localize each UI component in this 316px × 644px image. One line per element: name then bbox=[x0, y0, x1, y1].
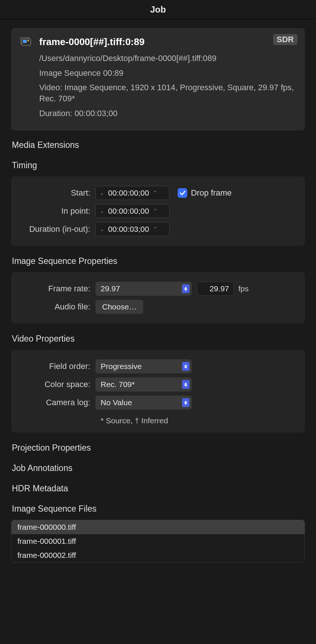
frame-rate-select-value: 29.97 bbox=[101, 284, 120, 293]
chevron-down-icon[interactable]: ⌄ bbox=[100, 190, 104, 196]
chevron-up-icon[interactable]: ⌃ bbox=[153, 190, 158, 196]
list-item[interactable]: frame-000000.tiff bbox=[11, 520, 305, 534]
updown-arrows-icon[interactable] bbox=[182, 380, 189, 389]
choose-button[interactable]: Choose… bbox=[95, 300, 143, 314]
job-path: /Users/dannyrico/Desktop/frame-0000[##].… bbox=[39, 53, 296, 64]
svg-point-3 bbox=[27, 40, 29, 41]
job-duration: Duration: 00:00:03;00 bbox=[39, 108, 296, 119]
start-label: Start: bbox=[18, 188, 95, 198]
panel-title: Job bbox=[150, 4, 166, 15]
section-image-sequence-properties[interactable]: Image Sequence Properties bbox=[12, 256, 305, 266]
color-space-value: Rec. 709* bbox=[101, 380, 135, 389]
section-timing[interactable]: Timing bbox=[12, 160, 305, 170]
camera-log-dropdown[interactable]: No Value bbox=[95, 396, 192, 410]
section-image-sequence-files[interactable]: Image Sequence Files bbox=[12, 504, 305, 514]
color-space-dropdown[interactable]: Rec. 709* bbox=[95, 377, 192, 392]
chevron-down-icon[interactable]: ⌄ bbox=[100, 208, 104, 214]
image-seq-panel: Frame rate: 29.97 fps Audio file: Choose… bbox=[11, 272, 305, 323]
timing-panel: Start: ⌄ 00:00:00;00 ⌃ Drop frame In poi… bbox=[11, 176, 305, 246]
list-item[interactable]: frame-000002.tiff bbox=[11, 548, 305, 562]
field-order-label: Field order: bbox=[18, 362, 95, 371]
updown-arrows-icon[interactable] bbox=[182, 284, 189, 293]
job-info-card: frame-0000[##].tiff:0:89 /Users/dannyric… bbox=[11, 28, 305, 131]
video-props-panel: Field order: Progressive Color space: Re… bbox=[11, 350, 305, 433]
updown-arrows-icon[interactable] bbox=[182, 398, 189, 407]
duration-label: Duration (in-out): bbox=[18, 224, 95, 234]
job-video-info: Video: Image Sequence, 1920 x 1014, Prog… bbox=[39, 82, 296, 104]
color-space-label: Color space: bbox=[18, 380, 95, 389]
frame-rate-input[interactable] bbox=[197, 282, 234, 296]
audio-file-label: Audio file: bbox=[18, 302, 95, 312]
video-props-footnote: * Source, † Inferred bbox=[101, 413, 298, 427]
in-point-label: In point: bbox=[18, 206, 95, 216]
job-filename: frame-0000[##].tiff:0:89 bbox=[39, 36, 296, 48]
in-point-stepper[interactable]: ⌄ 00:00:00;00 ⌃ bbox=[95, 204, 169, 218]
image-stack-icon bbox=[20, 36, 33, 122]
field-order-dropdown[interactable]: Progressive bbox=[95, 359, 192, 373]
camera-log-value: No Value bbox=[101, 398, 132, 407]
field-order-value: Progressive bbox=[101, 362, 142, 371]
section-hdr-metadata[interactable]: HDR Metadata bbox=[12, 484, 305, 494]
start-stepper[interactable]: ⌄ 00:00:00;00 ⌃ bbox=[95, 186, 169, 200]
chevron-down-icon[interactable]: ⌄ bbox=[100, 226, 104, 233]
updown-arrows-icon[interactable] bbox=[182, 362, 189, 371]
frame-rate-dropdown[interactable]: 29.97 bbox=[95, 282, 192, 296]
section-job-annotations[interactable]: Job Annotations bbox=[12, 463, 305, 473]
section-projection-properties[interactable]: Projection Properties bbox=[12, 443, 305, 453]
sdr-badge: SDR bbox=[273, 34, 297, 45]
duration-stepper[interactable]: ⌄ 00:00:03;00 ⌃ bbox=[95, 222, 169, 236]
section-media-extensions[interactable]: Media Extensions bbox=[12, 140, 305, 150]
svg-rect-2 bbox=[23, 40, 27, 43]
in-point-value[interactable]: 00:00:00;00 bbox=[108, 207, 149, 216]
chevron-up-icon[interactable]: ⌃ bbox=[153, 226, 158, 233]
choose-button-label: Choose… bbox=[102, 302, 137, 311]
title-bar: Job bbox=[0, 0, 316, 19]
duration-value[interactable]: 00:00:03;00 bbox=[108, 225, 149, 234]
frame-rate-label: Frame rate: bbox=[18, 284, 95, 294]
drop-frame-label: Drop frame bbox=[191, 188, 232, 198]
fps-unit: fps bbox=[238, 284, 249, 293]
list-item[interactable]: frame-000001.tiff bbox=[11, 534, 305, 548]
section-video-properties[interactable]: Video Properties bbox=[12, 334, 305, 344]
start-value[interactable]: 00:00:00;00 bbox=[108, 189, 149, 197]
chevron-up-icon[interactable]: ⌃ bbox=[153, 208, 158, 214]
drop-frame-checkbox[interactable] bbox=[178, 188, 187, 198]
file-list[interactable]: frame-000000.tiff frame-000001.tiff fram… bbox=[11, 520, 305, 563]
camera-log-label: Camera log: bbox=[18, 398, 95, 407]
job-sequence: Image Sequence 00:89 bbox=[39, 68, 296, 79]
